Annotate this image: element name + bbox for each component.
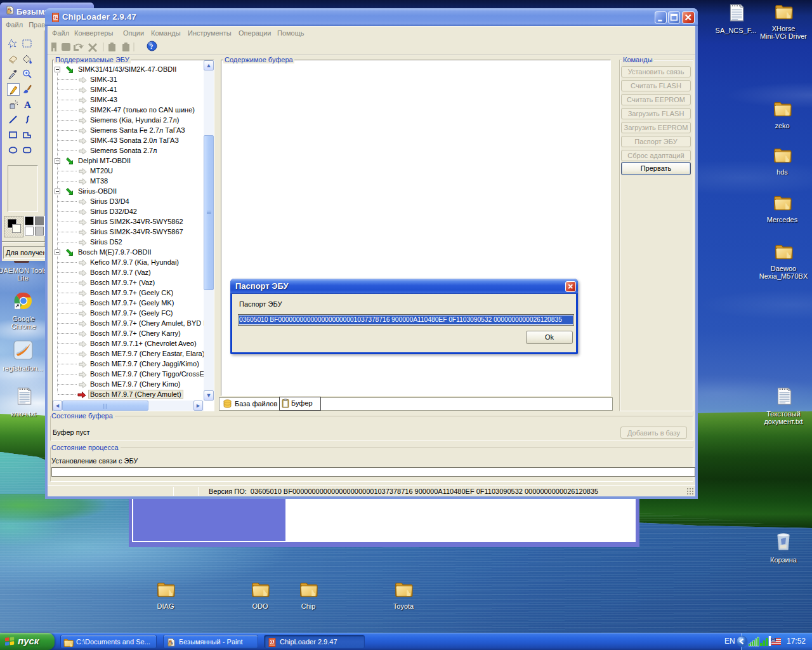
svg-text:A: A xyxy=(24,100,31,110)
svg-text:?: ? xyxy=(150,43,154,50)
